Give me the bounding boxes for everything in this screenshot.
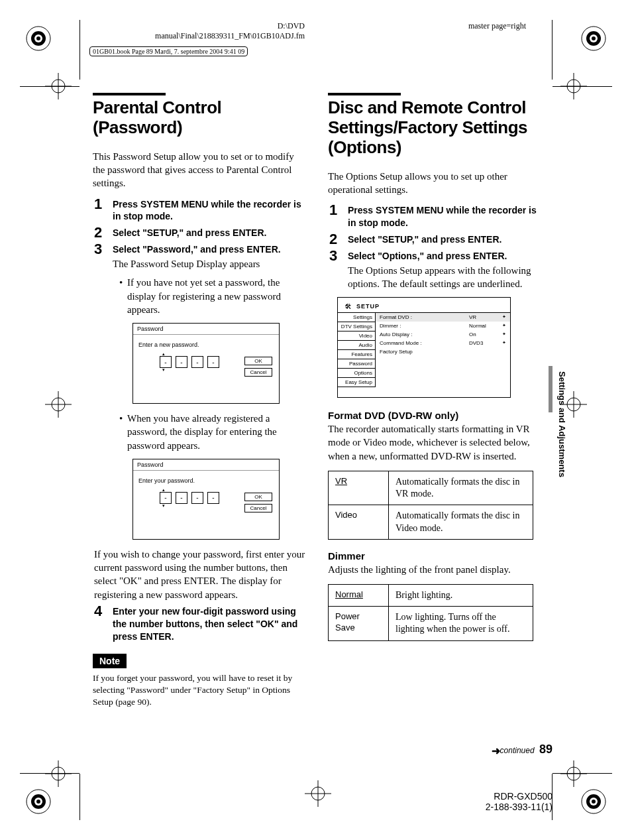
heading-rule (93, 93, 166, 95)
note-text: If you forget your password, you will ha… (93, 672, 308, 709)
continued-indicator: ➜continued 89 (492, 743, 553, 757)
format-table: VRAutomatically formats the disc in VR m… (328, 471, 533, 540)
left-title: Parental Control (Password) (93, 98, 308, 138)
book-info: 01GB01.book Page 89 Mardi, 7. septembre … (89, 46, 248, 56)
crosshair-icon (298, 774, 338, 813)
password-dialog-enter: Password Enter your password. - - - - OK… (132, 459, 280, 540)
heading-rule (328, 93, 401, 95)
crosshair-icon (38, 754, 78, 794)
crop-line (553, 86, 612, 87)
step-1: 1 Press SYSTEM MENU while the recorder i… (94, 198, 308, 223)
setup-sidebar: Settings DTV Settings Video Audio Featur… (338, 312, 376, 387)
bullet: When you have already registered a passw… (119, 412, 308, 452)
section-side-title: Settings and Adjustments (557, 371, 567, 477)
ok-button: OK (244, 493, 272, 501)
digit-input: - (160, 356, 172, 368)
registration-mark-icon (19, 19, 58, 58)
crosshair-icon (38, 385, 78, 424)
section-tab (549, 366, 553, 412)
digit-input: - (176, 356, 187, 368)
crop-line (79, 774, 80, 820)
setup-icon: 🛠 (344, 303, 351, 310)
digit-input: - (191, 492, 203, 504)
digit-input: - (191, 356, 203, 368)
step-2: 2 Select "SETUP," and press ENTER. (94, 227, 308, 239)
note-label: Note (93, 654, 127, 668)
crop-line (552, 20, 553, 80)
footer-codes: RDR-GXD500 2-188-393-11(1) (486, 791, 553, 812)
cancel-button: Cancel (244, 368, 272, 377)
crop-line (553, 773, 612, 774)
cancel-button: Cancel (244, 504, 272, 512)
crop-line (79, 20, 80, 80)
crosshair-icon (554, 754, 594, 794)
digit-input: - (207, 356, 219, 368)
crop-line (20, 773, 79, 774)
right-title: Disc and Remote Control Settings/Factory… (328, 98, 543, 158)
step-3: 3 Select "Options," and press ENTER. The… (329, 250, 543, 290)
ok-button: OK (244, 357, 272, 365)
dimmer-table: NormalBright lighting. Power SaveLow lig… (328, 584, 533, 641)
step-1: 1 Press SYSTEM MENU while the recorder i… (329, 204, 543, 229)
right-intro: The Options Setup allows you to set up o… (328, 170, 543, 197)
left-column: Parental Control (Password) This Passwor… (93, 93, 308, 708)
header-path: D:\DVD manual\Final\218839311_FM\01GB10A… (106, 21, 305, 41)
crop-line (20, 86, 79, 87)
header-master: master page=right (468, 21, 526, 31)
digit-input: - (207, 492, 219, 504)
digit-input: - (160, 492, 172, 504)
left-intro: This Password Setup allow you to set or … (93, 150, 308, 190)
step-2: 2 Select "SETUP," and press ENTER. (329, 233, 543, 246)
digit-input: - (176, 492, 187, 504)
after-diagram-text: If you wish to change your password, fir… (94, 548, 308, 601)
step-4: 4 Enter your new four-digit password usi… (94, 605, 308, 643)
setup-rows: Format DVD :VR✦ Dimmer :Normal✦ Auto Dis… (376, 312, 510, 387)
dimmer-desc: Adjusts the lighting of the front panel … (328, 563, 543, 576)
setup-menu-diagram: 🛠 SETUP Settings DTV Settings Video Audi… (337, 297, 511, 398)
format-desc: The recorder automatically starts format… (328, 422, 543, 463)
format-heading: Format DVD (DVD-RW only) (328, 410, 543, 421)
step-3: 3 Select "Password," and press ENTER. Th… (94, 243, 308, 601)
password-dialog-new: Password Enter a new password. - - - - O… (132, 323, 280, 404)
arrow-right-icon: ➜ (492, 745, 500, 756)
registration-mark-icon (574, 19, 613, 58)
bullet: If you have not yet set a password, the … (119, 276, 308, 316)
right-column: Disc and Remote Control Settings/Factory… (328, 93, 543, 708)
dimmer-heading: Dimmer (328, 550, 543, 562)
